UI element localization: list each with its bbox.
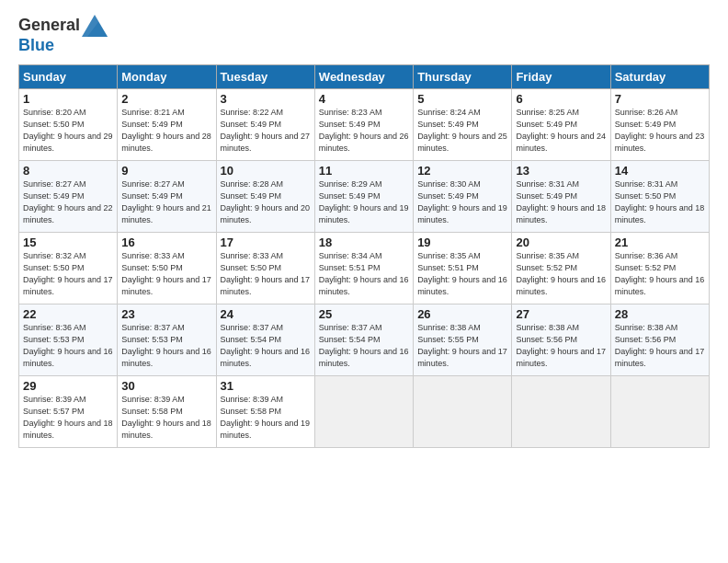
calendar-cell: 24Sunrise: 8:37 AM Sunset: 5:54 PM Dayli…: [216, 304, 314, 375]
day-number: 8: [23, 164, 113, 178]
day-info: Sunrise: 8:38 AM Sunset: 5:56 PM Dayligh…: [516, 322, 606, 370]
day-number: 24: [221, 307, 311, 321]
col-header-saturday: Saturday: [610, 64, 709, 88]
week-row-3: 15Sunrise: 8:32 AM Sunset: 5:50 PM Dayli…: [19, 232, 710, 304]
day-number: 14: [615, 164, 705, 178]
calendar-cell: [610, 375, 709, 447]
day-info: Sunrise: 8:20 AM Sunset: 5:50 PM Dayligh…: [23, 107, 113, 155]
calendar-cell: 26Sunrise: 8:38 AM Sunset: 5:55 PM Dayli…: [414, 304, 512, 375]
logo: General Blue: [18, 15, 108, 55]
day-info: Sunrise: 8:37 AM Sunset: 5:53 PM Dayligh…: [121, 322, 211, 370]
day-number: 23: [121, 307, 211, 321]
day-number: 29: [23, 379, 113, 393]
calendar-cell: 11Sunrise: 8:29 AM Sunset: 5:49 PM Dayli…: [314, 160, 413, 232]
calendar-cell: 31Sunrise: 8:39 AM Sunset: 5:58 PM Dayli…: [216, 375, 314, 447]
day-number: 18: [319, 236, 409, 249]
day-info: Sunrise: 8:21 AM Sunset: 5:49 PM Dayligh…: [121, 107, 211, 155]
day-info: Sunrise: 8:33 AM Sunset: 5:50 PM Dayligh…: [221, 250, 311, 298]
day-info: Sunrise: 8:25 AM Sunset: 5:49 PM Dayligh…: [516, 107, 606, 155]
day-info: Sunrise: 8:22 AM Sunset: 5:49 PM Dayligh…: [221, 107, 311, 155]
calendar-cell: 30Sunrise: 8:39 AM Sunset: 5:58 PM Dayli…: [118, 375, 216, 447]
calendar-cell: 6Sunrise: 8:25 AM Sunset: 5:49 PM Daylig…: [512, 88, 610, 160]
day-info: Sunrise: 8:37 AM Sunset: 5:54 PM Dayligh…: [319, 322, 409, 370]
day-info: Sunrise: 8:27 AM Sunset: 5:49 PM Dayligh…: [23, 178, 113, 226]
col-header-thursday: Thursday: [414, 64, 512, 88]
calendar-cell: 23Sunrise: 8:37 AM Sunset: 5:53 PM Dayli…: [118, 304, 216, 375]
day-number: 3: [221, 92, 311, 106]
calendar-cell: [414, 375, 512, 447]
day-number: 28: [615, 307, 705, 321]
day-number: 1: [23, 92, 113, 106]
col-header-sunday: Sunday: [19, 64, 118, 88]
day-number: 26: [417, 307, 507, 321]
calendar-cell: 20Sunrise: 8:35 AM Sunset: 5:52 PM Dayli…: [512, 232, 610, 304]
day-info: Sunrise: 8:33 AM Sunset: 5:50 PM Dayligh…: [121, 250, 211, 298]
logo-icon: [82, 15, 108, 37]
calendar-header-row: SundayMondayTuesdayWednesdayThursdayFrid…: [19, 64, 710, 88]
calendar-cell: [314, 375, 413, 447]
day-info: Sunrise: 8:34 AM Sunset: 5:51 PM Dayligh…: [319, 250, 409, 298]
day-number: 17: [221, 236, 311, 249]
day-info: Sunrise: 8:39 AM Sunset: 5:57 PM Dayligh…: [23, 394, 113, 442]
calendar-cell: 18Sunrise: 8:34 AM Sunset: 5:51 PM Dayli…: [314, 232, 413, 304]
calendar-cell: 5Sunrise: 8:24 AM Sunset: 5:49 PM Daylig…: [414, 88, 512, 160]
logo-general: General: [18, 17, 80, 35]
day-info: Sunrise: 8:35 AM Sunset: 5:51 PM Dayligh…: [417, 250, 507, 298]
logo-blue: Blue: [18, 37, 54, 55]
day-number: 10: [221, 164, 311, 178]
day-info: Sunrise: 8:38 AM Sunset: 5:55 PM Dayligh…: [417, 322, 507, 370]
day-info: Sunrise: 8:28 AM Sunset: 5:49 PM Dayligh…: [221, 178, 311, 226]
calendar-cell: 7Sunrise: 8:26 AM Sunset: 5:49 PM Daylig…: [610, 88, 709, 160]
day-info: Sunrise: 8:38 AM Sunset: 5:56 PM Dayligh…: [615, 322, 705, 370]
day-number: 13: [516, 164, 606, 178]
day-info: Sunrise: 8:27 AM Sunset: 5:49 PM Dayligh…: [121, 178, 211, 226]
day-number: 2: [121, 92, 211, 106]
day-number: 11: [319, 164, 409, 178]
calendar-cell: 3Sunrise: 8:22 AM Sunset: 5:49 PM Daylig…: [216, 88, 314, 160]
calendar-cell: 17Sunrise: 8:33 AM Sunset: 5:50 PM Dayli…: [216, 232, 314, 304]
calendar-cell: 13Sunrise: 8:31 AM Sunset: 5:49 PM Dayli…: [512, 160, 610, 232]
day-number: 21: [615, 236, 705, 249]
day-number: 16: [121, 236, 211, 249]
calendar-cell: 21Sunrise: 8:36 AM Sunset: 5:52 PM Dayli…: [610, 232, 709, 304]
day-number: 27: [516, 307, 606, 321]
col-header-friday: Friday: [512, 64, 610, 88]
day-info: Sunrise: 8:37 AM Sunset: 5:54 PM Dayligh…: [221, 322, 311, 370]
day-number: 25: [319, 307, 409, 321]
col-header-monday: Monday: [118, 64, 216, 88]
day-number: 15: [23, 236, 113, 249]
calendar-cell: 8Sunrise: 8:27 AM Sunset: 5:49 PM Daylig…: [19, 160, 118, 232]
day-number: 4: [319, 92, 409, 106]
day-info: Sunrise: 8:24 AM Sunset: 5:49 PM Dayligh…: [417, 107, 507, 155]
calendar-cell: 29Sunrise: 8:39 AM Sunset: 5:57 PM Dayli…: [19, 375, 118, 447]
calendar-cell: 1Sunrise: 8:20 AM Sunset: 5:50 PM Daylig…: [19, 88, 118, 160]
calendar-cell: 28Sunrise: 8:38 AM Sunset: 5:56 PM Dayli…: [610, 304, 709, 375]
calendar-cell: 2Sunrise: 8:21 AM Sunset: 5:49 PM Daylig…: [118, 88, 216, 160]
day-info: Sunrise: 8:26 AM Sunset: 5:49 PM Dayligh…: [615, 107, 705, 155]
day-number: 19: [417, 236, 507, 249]
day-info: Sunrise: 8:29 AM Sunset: 5:49 PM Dayligh…: [319, 178, 409, 226]
calendar-cell: 16Sunrise: 8:33 AM Sunset: 5:50 PM Dayli…: [118, 232, 216, 304]
calendar-cell: 22Sunrise: 8:36 AM Sunset: 5:53 PM Dayli…: [19, 304, 118, 375]
day-info: Sunrise: 8:31 AM Sunset: 5:50 PM Dayligh…: [615, 178, 705, 226]
header: General Blue: [18, 15, 710, 55]
calendar-cell: 27Sunrise: 8:38 AM Sunset: 5:56 PM Dayli…: [512, 304, 610, 375]
day-info: Sunrise: 8:31 AM Sunset: 5:49 PM Dayligh…: [516, 178, 606, 226]
week-row-1: 1Sunrise: 8:20 AM Sunset: 5:50 PM Daylig…: [19, 88, 710, 160]
day-info: Sunrise: 8:39 AM Sunset: 5:58 PM Dayligh…: [121, 394, 211, 442]
day-number: 7: [615, 92, 705, 106]
col-header-tuesday: Tuesday: [216, 64, 314, 88]
day-number: 5: [417, 92, 507, 106]
day-info: Sunrise: 8:23 AM Sunset: 5:49 PM Dayligh…: [319, 107, 409, 155]
calendar: SundayMondayTuesdayWednesdayThursdayFrid…: [18, 64, 710, 448]
calendar-cell: 12Sunrise: 8:30 AM Sunset: 5:49 PM Dayli…: [414, 160, 512, 232]
calendar-cell: 15Sunrise: 8:32 AM Sunset: 5:50 PM Dayli…: [19, 232, 118, 304]
day-info: Sunrise: 8:30 AM Sunset: 5:49 PM Dayligh…: [417, 178, 507, 226]
calendar-cell: 4Sunrise: 8:23 AM Sunset: 5:49 PM Daylig…: [314, 88, 413, 160]
week-row-2: 8Sunrise: 8:27 AM Sunset: 5:49 PM Daylig…: [19, 160, 710, 232]
day-number: 6: [516, 92, 606, 106]
calendar-cell: 19Sunrise: 8:35 AM Sunset: 5:51 PM Dayli…: [414, 232, 512, 304]
week-row-5: 29Sunrise: 8:39 AM Sunset: 5:57 PM Dayli…: [19, 375, 710, 447]
day-number: 22: [23, 307, 113, 321]
page: General Blue SundayMondayTuesdayWednesda…: [0, 0, 728, 563]
